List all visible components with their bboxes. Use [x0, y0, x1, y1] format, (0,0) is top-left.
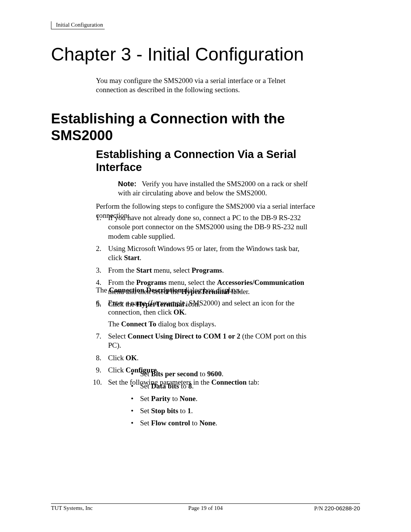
bullet-item: Set Flow control to None.: [128, 419, 315, 428]
list-item-sub: The Connect To dialog box displays.: [108, 320, 315, 329]
list-item: 8. Click OK.: [96, 353, 315, 363]
list-text: Click OK.: [108, 354, 139, 362]
list-item: 7. Select Connect Using Direct to COM 1 …: [96, 332, 315, 350]
running-header: Initial Configuration: [51, 20, 360, 29]
list-number: 3.: [96, 266, 107, 275]
chapter-title: Chapter 3 - Initial Configuration: [51, 43, 304, 66]
list-number: 9.: [96, 366, 107, 375]
bullet-item: Set Stop bits to 1.: [128, 406, 315, 415]
subsection-heading: Establishing a Connection Via a Serial I…: [96, 148, 325, 174]
footer-center: Page 19 of 104: [51, 505, 360, 512]
list-text: From the Start menu, select Programs.: [108, 266, 224, 274]
note-block: Note: Verify you have installed the SMS2…: [118, 179, 315, 198]
list-number: 10.: [93, 378, 107, 387]
list-text: Enter a name (for example, SMS2000) and …: [108, 299, 295, 316]
ordered-list-a: 1. If you have not already done so, conn…: [96, 213, 315, 312]
document-page: Initial Configuration Chapter 3 - Initia…: [0, 0, 411, 532]
dialog-line-1: The Connection Description dialog box di…: [96, 286, 325, 295]
list-item: 1. If you have not already done so, conn…: [96, 213, 315, 241]
list-number: 2.: [96, 244, 107, 253]
list-item: 6. Enter a name (for example, SMS2000) a…: [96, 299, 315, 329]
footer-right: P/N 220-06288-20: [314, 505, 360, 512]
bullet-item: Set Data bits to 8.: [128, 382, 315, 391]
page-footer: TUT Systems, Inc Page 19 of 104 P/N 220-…: [51, 505, 360, 512]
list-number: 1.: [96, 213, 107, 222]
footer-left: TUT Systems, Inc: [51, 505, 92, 512]
list-text: If you have not already done so, connect…: [108, 214, 307, 240]
running-header-text: Initial Configuration: [51, 21, 105, 29]
footer-rule: [51, 503, 360, 504]
note-label: Note:: [118, 180, 137, 188]
list-item: 2. Using Microsoft Windows 95 or later, …: [96, 244, 315, 263]
list-number: 8.: [96, 353, 107, 363]
list-item: 3. From the Start menu, select Programs.: [96, 266, 315, 275]
list-text: Select Connect Using Direct to COM 1 or …: [108, 332, 306, 349]
section-heading: Establishing a Connection with the SMS20…: [51, 110, 335, 144]
bullet-list: Set Bits per second to 9600. Set Data bi…: [128, 369, 315, 431]
bullet-item: Set Parity to None.: [128, 394, 315, 403]
list-text: Using Microsoft Windows 95 or later, fro…: [108, 244, 299, 262]
note-body: Verify you have installed the SMS2000 on…: [118, 180, 307, 197]
list-number: 7.: [96, 332, 107, 341]
intro-paragraph: You may configure the SMS2000 via a seri…: [96, 76, 315, 95]
list-number: 6.: [96, 299, 107, 308]
bullet-item: Set Bits per second to 9600.: [128, 369, 315, 379]
